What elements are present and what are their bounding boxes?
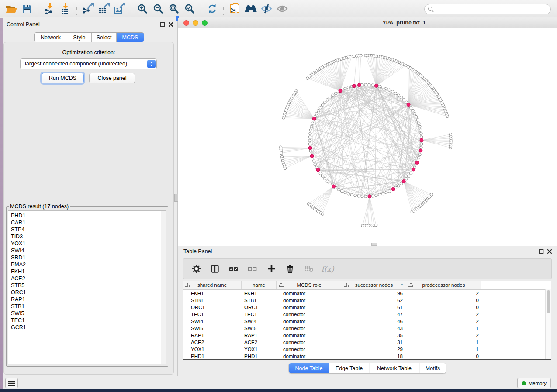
table-cell[interactable]: 0 <box>406 297 481 304</box>
table-scrollbar[interactable] <box>545 289 551 359</box>
table-cell[interactable]: 2 <box>406 311 481 318</box>
table-cell[interactable]: SWI4 <box>183 318 242 325</box>
graph-node[interactable] <box>319 107 322 109</box>
graph-node[interactable] <box>344 191 346 194</box>
mcds-node[interactable] <box>368 195 371 198</box>
maximize-window-icon[interactable] <box>202 20 208 26</box>
export-image-button[interactable] <box>112 2 128 16</box>
table-row[interactable]: TEC1TEC1connector472 <box>183 311 551 318</box>
graph-node[interactable] <box>357 195 360 197</box>
graph-node[interactable] <box>357 55 360 57</box>
graph-node[interactable] <box>419 125 421 128</box>
table-cell[interactable]: ACE2 <box>242 339 277 346</box>
graph-node[interactable] <box>430 193 433 196</box>
graph-node[interactable] <box>280 152 283 155</box>
table-row[interactable]: PHD1PHD1dominator180 <box>183 353 551 360</box>
table-cell[interactable]: FKH1 <box>183 290 242 297</box>
table-cell[interactable]: dominator <box>277 353 342 360</box>
network-window-titlebar[interactable]: YPA_prune.txt_1 <box>178 18 557 28</box>
zoom-fit-button[interactable] <box>166 2 182 16</box>
table-cell[interactable]: STB1 <box>242 297 277 304</box>
close-panel-button[interactable]: Close panel <box>89 73 135 83</box>
column-header-name[interactable]: name <box>242 281 277 289</box>
tab-edge-table[interactable]: Edge Table <box>329 363 370 373</box>
graph-node[interactable] <box>306 77 309 79</box>
table-cell[interactable]: YOX1 <box>183 346 242 353</box>
table-cell[interactable]: 18 <box>342 353 406 360</box>
graph-node[interactable] <box>420 136 423 138</box>
select-all-icon[interactable] <box>229 266 239 272</box>
graph-node[interactable] <box>364 195 367 198</box>
export-table-button[interactable] <box>96 2 112 16</box>
graph-node[interactable] <box>347 86 349 89</box>
graph-node[interactable] <box>309 129 312 131</box>
mcds-result-item[interactable]: SWI4 <box>8 247 166 254</box>
function-builder-icon[interactable]: f(x) <box>323 265 332 273</box>
table-cell[interactable]: dominator <box>277 304 342 311</box>
table-row[interactable]: SWI4SWI4dominator462 <box>183 318 551 325</box>
graph-node[interactable] <box>319 172 322 175</box>
table-cell[interactable]: 0 <box>406 304 481 311</box>
mcds-node[interactable] <box>412 168 415 171</box>
graph-node[interactable] <box>332 94 334 96</box>
table-cell[interactable]: ACE2 <box>183 339 242 346</box>
graph-node[interactable] <box>381 193 384 195</box>
column-header-predecessor-nodes[interactable]: predecessor nodes <box>406 281 481 289</box>
graph-node[interactable] <box>381 86 384 89</box>
graph-node[interactable] <box>308 136 311 138</box>
graph-node[interactable] <box>397 184 400 187</box>
zoom-selected-button[interactable] <box>182 2 197 16</box>
graph-node[interactable] <box>402 99 405 101</box>
add-column-icon[interactable] <box>266 265 276 272</box>
graph-node[interactable] <box>419 129 422 131</box>
mcds-node[interactable] <box>312 117 316 120</box>
graph-node[interactable] <box>317 109 320 112</box>
import-table-button[interactable] <box>58 2 73 16</box>
table-cell[interactable]: TEC1 <box>242 311 277 318</box>
mcds-result-item[interactable]: CAR1 <box>8 219 166 226</box>
table-cell[interactable]: connector <box>277 339 342 346</box>
graph-node[interactable] <box>321 213 324 215</box>
graph-node[interactable] <box>308 139 311 142</box>
table-row[interactable]: SWI5SWI5connector431 <box>183 325 551 332</box>
mcds-node[interactable] <box>374 84 378 87</box>
graph-node[interactable] <box>344 87 346 90</box>
table-cell[interactable]: connector <box>277 311 342 318</box>
graph-node[interactable] <box>329 96 331 99</box>
graph-node[interactable] <box>420 146 422 149</box>
mcds-node[interactable] <box>352 84 356 88</box>
column-header-successor-nodes[interactable]: successor nodes⌄ <box>342 281 406 289</box>
table-cell[interactable]: 47 <box>342 311 406 318</box>
tab-style[interactable]: Style <box>67 33 92 42</box>
mcds-result-item[interactable]: RAP1 <box>8 296 166 303</box>
tab-network[interactable]: Network <box>35 33 67 42</box>
graph-node[interactable] <box>397 94 400 96</box>
graph-node[interactable] <box>329 182 331 185</box>
table-cell[interactable]: 96 <box>342 290 406 297</box>
import-network-button[interactable] <box>42 2 58 16</box>
tab-select[interactable]: Select <box>92 33 117 42</box>
table-cell[interactable]: 1 <box>406 346 481 353</box>
graph-node[interactable] <box>418 122 420 124</box>
run-mcds-button[interactable]: Run MCDS <box>42 73 84 83</box>
mcds-node[interactable] <box>407 103 410 107</box>
mcds-result-item[interactable]: YOX1 <box>8 240 166 247</box>
graph-node[interactable] <box>308 143 311 145</box>
table-row[interactable]: YOX1YOX1connector291 <box>183 346 551 353</box>
search-field[interactable] <box>424 4 551 14</box>
column-view-icon[interactable] <box>210 265 220 273</box>
zoom-out-button[interactable] <box>150 2 166 16</box>
table-cell[interactable]: 2 <box>406 290 481 297</box>
graph-node[interactable] <box>419 153 421 156</box>
tab-mcds[interactable]: MCDS <box>117 33 144 42</box>
save-session-button[interactable] <box>19 2 35 16</box>
graph-node[interactable] <box>326 180 329 182</box>
graph-node[interactable] <box>449 133 452 136</box>
sort-desc-icon[interactable]: ⌄ <box>400 281 404 286</box>
table-row[interactable]: FKH1FKH1dominator962 <box>183 290 551 297</box>
graph-node[interactable] <box>311 122 314 124</box>
mcds-result-item[interactable]: STB5 <box>8 282 166 289</box>
table-cell[interactable]: 1 <box>406 339 481 346</box>
graph-node[interactable] <box>309 150 312 152</box>
close-window-icon[interactable] <box>183 20 189 26</box>
